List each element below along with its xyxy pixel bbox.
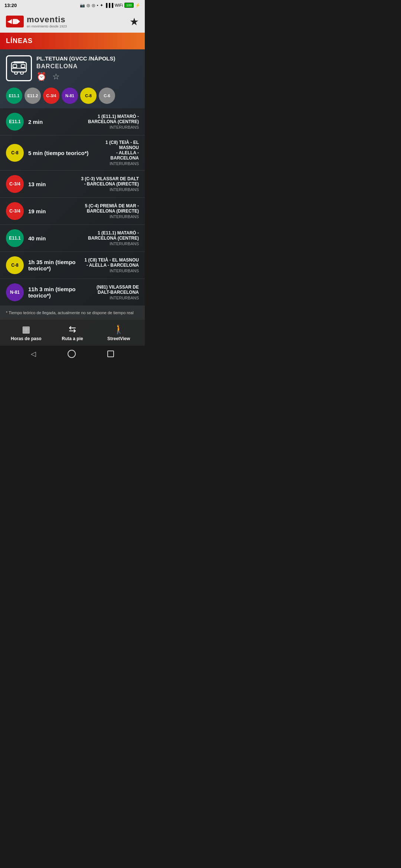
arrival-time: 5 min (tiempo teorico*)	[28, 150, 89, 156]
arrival-item[interactable]: C-3/419 min5 (C-4) PREMIÀ DE MAR - BARCE…	[0, 198, 145, 225]
arrival-type: INTERURBANS	[70, 241, 139, 246]
arrival-line-badge: C-3/4	[6, 175, 24, 193]
location-icon: ◎	[87, 3, 90, 8]
arrival-item[interactable]: E11.140 min1 (E11.1) MATARÓ - BARCELONA …	[0, 225, 145, 252]
back-button[interactable]: ◁	[31, 350, 36, 358]
arrival-time: 2 min	[28, 119, 65, 125]
arrival-type: INTERURBANS	[80, 296, 139, 300]
arrival-info: 3 (C-3) VILASSAR DE DALT - BARCELONA (DI…	[70, 176, 139, 192]
bluetooth-icon: ✦	[100, 3, 103, 8]
line-tag-n81[interactable]: N-81	[62, 88, 78, 104]
arrival-item[interactable]: C-3/413 min3 (C-3) VILASSAR DE DALT - BA…	[0, 171, 145, 198]
arrival-type: INTERURBANS	[93, 161, 139, 166]
svg-marker-1	[9, 19, 12, 24]
main-content: PL.TETUAN (GVCC /NÀPOLS) BARCELONA ⏰ ☆ E…	[0, 49, 145, 346]
bolt-icon: ⚡	[135, 3, 140, 8]
camera-icon: 📷	[80, 3, 85, 8]
arrivals-list: E11.12 min1 (E11.1) MATARÓ - BARCELONA (…	[0, 108, 145, 306]
svg-rect-9	[20, 72, 23, 74]
stop-star-icon[interactable]: ☆	[52, 72, 60, 82]
alarm-icon[interactable]: ⏰	[36, 72, 46, 82]
arrival-type: INTERURBANS	[80, 269, 139, 273]
brand-name: moventis	[27, 15, 67, 24]
logo-text-area: moventis en movimiento desde 1923	[27, 15, 67, 28]
stop-actions: ⏰ ☆	[36, 72, 139, 82]
nav-icon: ⇆	[69, 324, 76, 335]
moventis-logo-icon	[6, 16, 24, 27]
arrival-route: 3 (C-3) VILASSAR DE DALT - BARCELONA (DI…	[70, 176, 139, 187]
arrival-time: 19 min	[28, 208, 65, 214]
battery-icon: 100	[124, 3, 134, 8]
line-tag-c34[interactable]: C-3/4	[43, 88, 59, 104]
stop-city: BARCELONA	[36, 63, 139, 70]
status-bar: 13:20 📷 ◎ ◎ • ✦ ▐▐▐ WiFi 100 ⚡	[0, 0, 145, 10]
line-tag-c8[interactable]: C-8	[80, 88, 97, 104]
logo-area: moventis en movimiento desde 1923	[6, 15, 67, 28]
wifi-icon: WiFi	[115, 3, 123, 7]
arrival-route: 1 (E11.1) MATARÓ - BARCELONA (CENTRE)	[70, 114, 139, 124]
arrival-route: 1 (E11.1) MATARÓ - BARCELONA (CENTRE)	[70, 230, 139, 241]
arrival-info: 1 (E11.1) MATARÓ - BARCELONA (CENTRE)INT…	[70, 114, 139, 129]
home-button[interactable]	[68, 350, 76, 358]
stop-card: PL.TETUAN (GVCC /NÀPOLS) BARCELONA ⏰ ☆	[0, 49, 145, 88]
arrival-route: 1 (C8) TEIÀ - EL MASNOU - ALELLA - BARCE…	[93, 140, 139, 161]
arrival-route: (N81) VILASSAR DE DALT-BARCELONA	[80, 285, 139, 295]
arrival-info: 1 (C8) TEIÀ - EL MASNOU - ALELLA - BARCE…	[93, 140, 139, 166]
svg-rect-2	[13, 19, 17, 24]
arrival-route: 5 (C-4) PREMIÀ DE MAR - BARCELONA (DIREC…	[70, 203, 139, 214]
nav-icon: 🚶	[113, 324, 124, 335]
line-tag-e111[interactable]: E11.1	[6, 88, 22, 104]
arrival-line-badge: E11.1	[6, 113, 24, 131]
arrival-info: 5 (C-4) PREMIÀ DE MAR - BARCELONA (DIREC…	[70, 203, 139, 219]
arrival-item[interactable]: N-8111h 3 min (tiempo teorico*)(N81) VIL…	[0, 279, 145, 306]
arrival-route: 1 (C8) TEIÀ - EL MASNOU - ALELLA - BARCE…	[80, 257, 139, 268]
system-nav-bar: ◁	[0, 346, 145, 362]
line-tag-c6[interactable]: C-6	[99, 88, 115, 104]
arrival-type: INTERURBANS	[70, 187, 139, 192]
svg-rect-5	[13, 65, 17, 68]
arrival-type: INTERURBANS	[70, 214, 139, 219]
app-header: moventis en movimiento desde 1923 ★	[0, 10, 145, 33]
arrival-type: INTERURBANS	[70, 125, 139, 129]
signal-icon: ▐▐▐	[105, 3, 113, 7]
arrival-info: 1 (C8) TEIÀ - EL MASNOU - ALELLA - BARCE…	[80, 257, 139, 273]
arrival-item[interactable]: C-85 min (tiempo teorico*)1 (C8) TEIÀ - …	[0, 135, 145, 171]
bottom-nav: ▦Horas de paso⇆Ruta a pie🚶StreetView	[0, 320, 145, 346]
line-tag-e112[interactable]: E11.2	[25, 88, 41, 104]
nav-item-ruta-a-pie[interactable]: ⇆Ruta a pie	[49, 324, 96, 341]
arrival-time: 13 min	[28, 181, 65, 187]
svg-rect-6	[21, 65, 25, 68]
arrival-line-badge: N-81	[6, 283, 24, 301]
nav-item-streetview[interactable]: 🚶StreetView	[95, 324, 142, 341]
arrival-line-badge: C-8	[6, 256, 24, 274]
nav-label: Ruta a pie	[62, 336, 83, 341]
recents-button[interactable]	[107, 351, 114, 357]
arrival-item[interactable]: E11.12 min1 (E11.1) MATARÓ - BARCELONA (…	[0, 108, 145, 135]
bus-icon-box	[6, 55, 32, 81]
brand-tagline: en movimiento desde 1923	[27, 24, 67, 28]
arrival-time: 11h 3 min (tiempo teorico*)	[28, 286, 76, 299]
arrival-time: 40 min	[28, 235, 65, 241]
footer-note: * Tiempo teórico de llegada, actualmente…	[0, 306, 145, 320]
arrival-time: 1h 35 min (tiempo teorico*)	[28, 259, 76, 272]
arrival-info: (N81) VILASSAR DE DALT-BARCELONAINTERURB…	[80, 285, 139, 300]
stop-info: PL.TETUAN (GVCC /NÀPOLS) BARCELONA ⏰ ☆	[36, 55, 139, 82]
nav-label: StreetView	[107, 336, 130, 341]
arrival-info: 1 (E11.1) MATARÓ - BARCELONA (CENTRE)INT…	[70, 230, 139, 246]
nav-label: Horas de paso	[11, 336, 42, 341]
arrival-line-badge: C-3/4	[6, 202, 24, 220]
line-tags: E11.1E11.2C-3/4N-81C-8C-6	[0, 88, 145, 108]
stop-name: PL.TETUAN (GVCC /NÀPOLS)	[36, 55, 139, 62]
arrival-line-badge: C-8	[6, 144, 24, 162]
stop-card-top: PL.TETUAN (GVCC /NÀPOLS) BARCELONA ⏰ ☆	[6, 55, 139, 82]
nav-item-horas-de-paso[interactable]: ▦Horas de paso	[3, 324, 49, 341]
arrival-line-badge: E11.1	[6, 229, 24, 247]
nav-icon: ▦	[22, 324, 30, 335]
arrival-item[interactable]: C-81h 35 min (tiempo teorico*)1 (C8) TEI…	[0, 252, 145, 279]
status-time: 13:20	[4, 3, 17, 8]
dot-icon: •	[97, 3, 98, 7]
svg-rect-8	[14, 72, 17, 74]
status-icons: 📷 ◎ ◎ • ✦ ▐▐▐ WiFi 100 ⚡	[80, 3, 140, 8]
section-title: LÍNEAS	[6, 37, 33, 45]
favorite-star-icon[interactable]: ★	[130, 16, 139, 28]
